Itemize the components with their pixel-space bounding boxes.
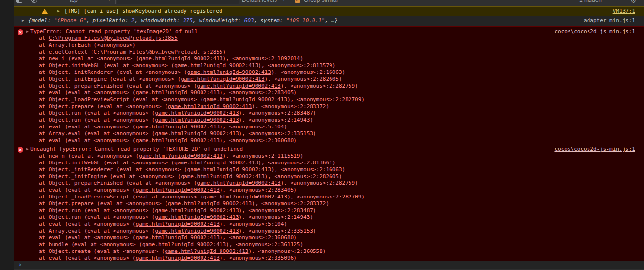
stack-file-link[interactable]: game.html?uniqId=90002:413 [155, 130, 239, 137]
stack-file-link[interactable]: game.html?uniqId=90002:413 [203, 194, 287, 200]
stack-frame: at Object._initEngine (eval at <anonymou… [14, 173, 644, 180]
stack-file-link[interactable]: game.html?uniqId=90002:413 [155, 228, 239, 234]
console-sidebar-icon[interactable] [16, 0, 22, 3]
console-prompt[interactable]: › [14, 261, 644, 269]
group-similar-label[interactable]: Group similar [304, 0, 338, 6]
stack-frame: at Object._initEngine (eval at <anonymou… [14, 76, 644, 83]
stack-frame: at Object._loadPreviewScript (eval at <a… [14, 194, 644, 200]
preview-segment-key: pixelRatio [92, 18, 125, 24]
stack-frame-text: ), <anonymous>:2:360558) [248, 248, 326, 254]
group-similar-checkbox[interactable]: ✓ [295, 0, 300, 3]
preview-segment-num: 603 [244, 18, 254, 24]
stack-file-link[interactable]: game.html?uniqId=90002:413 [142, 241, 226, 248]
stack-file-link[interactable]: game.html?uniqId=90002:413 [165, 248, 248, 254]
warning-icon: ! [42, 9, 48, 14]
stack-frame: at C:\Program Files\@by…bvewPreload.js:2… [14, 35, 644, 42]
stack-frame-text: ), <anonymous>:2:335096) [220, 255, 297, 261]
stack-frame-text: at Object.prepare (eval at <anonymous> ( [39, 200, 168, 207]
stack-frame-text: at eval (eval at <anonymous> ( [39, 124, 136, 130]
stack-frame-text: ), <anonymous>:2:14943) [239, 117, 313, 123]
source-location-link[interactable]: adapter-min.js:1 [584, 16, 635, 26]
stack-file-link[interactable]: game.html?uniqId=90002:413 [155, 110, 239, 116]
stack-file-link[interactable]: game.html?uniqId=90002:413 [203, 96, 287, 103]
stack-frame-text: at Array.eval (eval at <anonymous> ( [39, 130, 155, 137]
hidden-messages-label[interactable]: 1 hidden [579, 0, 602, 6]
stack-frame: at Object._initRenderer (eval at <anonym… [14, 166, 644, 173]
stack-file-link[interactable]: C:\Program Files\@by…bvewPreload.js:2855 [49, 35, 178, 41]
stack-file-link[interactable]: game.html?uniqId=90002:413 [136, 90, 220, 96]
preview-segment-key: model [32, 18, 48, 24]
preview-segment-plain: , [135, 18, 141, 24]
log-levels-dropdown[interactable]: Default levels [242, 0, 277, 6]
stack-frame: at Array.eval (eval at <anonymous> (game… [14, 130, 644, 137]
preview-segment-num: 375 [183, 18, 193, 24]
source-location-link[interactable]: cocos\cocos2d-js-min.js:1 [554, 28, 635, 35]
stack-frame-text: ), <anonymous>:2:282709) [287, 96, 365, 103]
stack-file-link[interactable]: game.html?uniqId=90002:413 [136, 221, 220, 227]
stack-file-link[interactable]: game.html?uniqId=90002:413 [187, 166, 271, 173]
stack-frame: at Object.run (eval at <anonymous> (game… [14, 110, 644, 117]
stack-frame-text: at Object._initRenderer (eval at <anonym… [39, 69, 187, 75]
stack-frame-text: ) [223, 49, 226, 55]
stack-frame-text: ), <anonymous>:2:361125) [226, 241, 303, 248]
stack-file-link[interactable]: game.html?uniqId=90002:413 [168, 103, 252, 109]
disclosure-triangle-icon[interactable]: ▶ [22, 16, 24, 26]
stack-frame: at eval (eval at <anonymous> (game.html?… [14, 124, 644, 130]
stack-frame-text: at Object._initEngine (eval at <anonymou… [39, 76, 181, 82]
prompt-chevron-icon: › [18, 262, 22, 268]
preview-segment-key: windowWidth [141, 18, 177, 24]
stack-frame-text: ), <anonymous>:2:16063) [271, 166, 345, 173]
stack-frame: at eval (eval at <anonymous> (game.html?… [14, 90, 644, 96]
stack-frame-text: ), <anonymous>:5:104) [220, 124, 287, 130]
disclosure-triangle-icon[interactable]: ▶ [57, 7, 60, 16]
stack-frame: at Object._loadPreviewScript (eval at <a… [14, 96, 644, 103]
stack-file-link[interactable]: game.html?uniqId=90002:413 [136, 234, 220, 241]
preview-segment-str: "iPhone 6" [54, 18, 86, 24]
source-location-link[interactable]: cocos\cocos2d-js-min.js:1 [554, 146, 635, 153]
stack-file-link[interactable]: game.html?uniqId=90002:413 [174, 62, 258, 69]
preview-segment-key: system [260, 18, 280, 24]
stack-file-link[interactable]: game.html?uniqId=90002:413 [136, 187, 220, 193]
stack-file-link[interactable]: C:\Program Files\@by…bvewPreload.js:2855 [94, 49, 223, 55]
stack-file-link[interactable]: game.html?uniqId=90002:413 [139, 153, 222, 159]
stack-frame-text: ), <anonymous>:2:283372) [252, 200, 329, 207]
stack-frame: at Object.create (eval at <anonymous> (g… [14, 248, 644, 255]
source-location-link[interactable]: VM137:1 [613, 7, 635, 16]
stack-file-link[interactable]: game.html?uniqId=90002:413 [155, 117, 239, 123]
stack-file-link[interactable]: game.html?uniqId=90002:413 [136, 255, 220, 261]
preview-segment-plain: : [238, 18, 244, 24]
disclosure-triangle-icon[interactable]: ▶ [26, 28, 29, 35]
clear-console-icon[interactable] [31, 0, 37, 3]
console-error-row: × ▶ Uncaught TypeError: Cannot read prop… [14, 144, 644, 261]
stack-file-link[interactable]: game.html?uniqId=90002:413 [155, 214, 239, 220]
stack-file-link[interactable]: game.html?uniqId=90002:413 [181, 173, 264, 180]
error-message: TypeError: Cannot read property 'texImag… [14, 28, 644, 35]
toolbar-divider [44, 0, 44, 4]
stack-file-link[interactable]: game.html?uniqId=90002:413 [187, 69, 271, 75]
stack-file-link[interactable]: game.html?uniqId=90002:413 [197, 83, 281, 89]
stack-frame-text: at e.getContext ( [39, 49, 94, 55]
stack-file-link[interactable]: game.html?uniqId=90002:413 [168, 200, 252, 207]
stack-file-link[interactable]: game.html?uniqId=90002:413 [174, 160, 258, 166]
stack-frame-text: at Array.forEach (<anonymous>) [39, 42, 136, 48]
stack-file-link[interactable]: game.html?uniqId=90002:413 [136, 124, 220, 130]
stack-file-link[interactable]: game.html?uniqId=90002:413 [181, 76, 264, 82]
filter-input[interactable] [117, 0, 239, 4]
stack-file-link[interactable]: game.html?uniqId=90002:413 [155, 207, 239, 214]
toolbar-divider [115, 0, 116, 4]
stack-frame-text: at Array.eval (eval at <anonymous> ( [39, 228, 155, 234]
gear-icon[interactable]: ⚙ [630, 0, 637, 5]
context-selector[interactable]: top [70, 0, 78, 6]
stack-file-link[interactable]: game.html?uniqId=90002:413 [139, 55, 222, 62]
stack-frame: at Array.eval (eval at <anonymous> (game… [14, 228, 644, 234]
preview-segment-plain: , [86, 18, 92, 24]
stack-frame-text: ), <anonymous>:2:283405) [220, 90, 297, 96]
stack-frame-text: at Object._loadPreviewScript (eval at <a… [39, 96, 203, 103]
disclosure-triangle-icon[interactable]: ▶ [26, 146, 29, 153]
stack-file-link[interactable]: game.html?uniqId=90002:413 [136, 137, 220, 144]
stack-frame-text: ), <anonymous>:2:282605) [265, 173, 342, 180]
stack-file-link[interactable]: game.html?uniqId=90002:413 [197, 180, 281, 186]
preview-segment-num: 2 [131, 18, 135, 24]
stack-frame: at eval (eval at <anonymous> (game.html?… [14, 234, 644, 241]
stack-frame-text: at [39, 35, 49, 41]
